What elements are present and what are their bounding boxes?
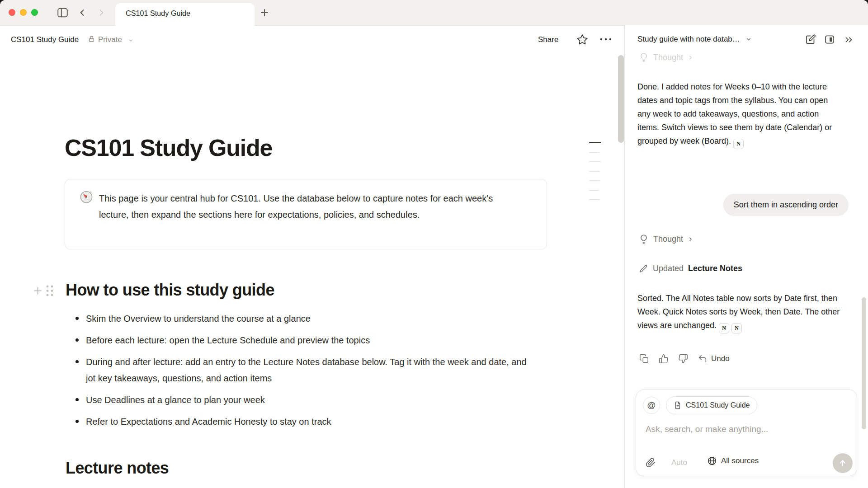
ai-thread-title: Study guide with note datab… <box>637 35 740 44</box>
page-document-icon <box>674 401 682 410</box>
notion-window: CS101 Study Guide CS101 Study Guide Priv… <box>0 0 868 488</box>
lightbulb-icon <box>639 234 649 244</box>
chevron-down-icon[interactable] <box>128 38 134 43</box>
list-item: During and after lecture: add an entry t… <box>65 351 527 389</box>
sources-selector[interactable]: All sources <box>707 456 759 466</box>
toc-line-active[interactable] <box>589 142 601 143</box>
mention-button[interactable]: @ <box>643 397 660 414</box>
updated-label: Updated <box>653 264 684 273</box>
breadcrumb[interactable]: CS101 Study Guide <box>11 35 79 44</box>
toc-indicator[interactable] <box>589 142 602 200</box>
undo-label: Undo <box>711 354 730 363</box>
new-chat-compose-icon[interactable] <box>805 34 816 45</box>
notion-page-badge-icon[interactable]: N <box>733 139 744 149</box>
thumbs-up-icon[interactable] <box>659 354 669 364</box>
bullet-dot <box>75 360 79 363</box>
mode-selector[interactable]: Auto <box>671 458 687 467</box>
thought-toggle[interactable]: Thought <box>639 234 693 244</box>
globe-icon <box>707 456 717 466</box>
main-scrollbar[interactable] <box>618 55 624 143</box>
more-options-icon[interactable] <box>599 37 612 42</box>
composer-toolbar: Auto All sources <box>636 454 857 472</box>
context-chip[interactable]: CS101 Study Guide <box>666 396 757 414</box>
section-heading: How to use this study guide <box>66 280 274 300</box>
callout-block: This page is your central hub for CS101.… <box>65 179 547 249</box>
lightbulb-icon <box>639 52 649 62</box>
toc-line[interactable] <box>589 199 600 200</box>
panel-scrollbar[interactable] <box>862 297 866 429</box>
undo-button[interactable]: Undo <box>698 354 730 364</box>
tab-bar: CS101 Study Guide <box>0 0 868 26</box>
favorite-star-icon[interactable] <box>576 33 588 45</box>
thought-label: Thought <box>653 53 683 62</box>
send-button[interactable] <box>833 453 853 473</box>
sidebar-toggle-icon[interactable] <box>57 7 69 19</box>
notion-page-badge-icon[interactable]: N <box>719 323 729 333</box>
chevron-right-icon <box>688 236 693 242</box>
ai-panel: Study guide with note datab… Thought <box>624 25 868 488</box>
chevron-right-icon <box>688 55 693 61</box>
thumbs-down-icon[interactable] <box>678 354 688 364</box>
list-item: Skim the Overview to understand the cour… <box>65 308 527 329</box>
panel-divider <box>624 25 625 488</box>
compass-emoji-icon <box>80 190 93 204</box>
list-item: Refer to Expectations and Academic Hones… <box>65 411 527 432</box>
composer-input[interactable]: Ask, search, or make anything... <box>646 424 768 434</box>
bullet-dot <box>75 420 79 423</box>
context-chip-label: CS101 Study Guide <box>686 401 750 409</box>
privacy-label: Private <box>98 35 122 44</box>
toc-line[interactable] <box>589 152 600 153</box>
page-title: CS101 Study Guide <box>65 134 272 161</box>
thought-label: Thought <box>653 235 683 244</box>
new-tab-icon[interactable] <box>259 7 270 18</box>
updated-target-link[interactable]: Lecture Notes <box>688 264 742 273</box>
updated-row[interactable]: Updated Lecture Notes <box>639 264 742 273</box>
bullet-dot <box>75 317 79 320</box>
pencil-icon <box>639 264 648 273</box>
panel-layout-icon[interactable] <box>824 34 835 45</box>
share-button[interactable]: Share <box>538 35 558 44</box>
close-window-button[interactable] <box>9 9 15 16</box>
arrow-up-icon <box>838 458 848 468</box>
zoom-window-button[interactable] <box>31 9 38 16</box>
nav-back-icon[interactable] <box>78 8 87 17</box>
undo-icon <box>698 354 708 364</box>
copy-icon[interactable] <box>639 354 649 364</box>
tab-title: CS101 Study Guide <box>126 9 190 18</box>
sources-label: All sources <box>721 456 759 465</box>
bullet-list: Skim the Overview to understand the cour… <box>65 308 527 432</box>
message-actions: Undo <box>639 354 730 364</box>
list-item: Use Deadlines at a glance to plan your w… <box>65 389 527 411</box>
bullet-dot <box>75 338 79 342</box>
collapse-panel-icon[interactable] <box>844 35 854 45</box>
callout-text: This page is your central hub for CS101.… <box>99 190 505 223</box>
ai-thread-selector[interactable]: Study guide with note datab… <box>637 35 752 44</box>
assistant-message: Done. I added notes for Weeks 0–10 with … <box>637 80 841 149</box>
assistant-message: Sorted. The All Notes table now sorts by… <box>637 291 841 333</box>
tab-cs101-study-guide[interactable]: CS101 Study Guide <box>115 3 255 26</box>
minimize-window-button[interactable] <box>20 9 27 16</box>
ai-composer: @ CS101 Study Guide Ask, search, or make… <box>636 389 857 476</box>
toc-line[interactable] <box>589 190 599 191</box>
toc-line[interactable] <box>589 171 600 172</box>
lock-icon <box>88 35 95 43</box>
list-item: Before each lecture: open the Lecture Sc… <box>65 329 527 351</box>
chevron-down-icon <box>745 36 752 42</box>
nav-forward-icon[interactable] <box>97 8 106 17</box>
thought-toggle-faded[interactable]: Thought <box>639 52 693 62</box>
attachment-paperclip-icon[interactable] <box>646 458 656 468</box>
bullet-dot <box>75 398 79 401</box>
toc-line[interactable] <box>589 180 600 181</box>
privacy-dropdown[interactable]: Private <box>98 35 122 44</box>
at-icon: @ <box>647 400 656 410</box>
add-block-icon[interactable] <box>32 285 43 296</box>
user-message-bubble: Sort them in ascending order <box>723 194 849 216</box>
drag-handle-icon[interactable] <box>45 284 55 297</box>
section-heading-2: Lecture notes <box>66 458 169 478</box>
toc-line[interactable] <box>589 161 601 162</box>
notion-page-badge-icon[interactable]: N <box>731 323 742 333</box>
